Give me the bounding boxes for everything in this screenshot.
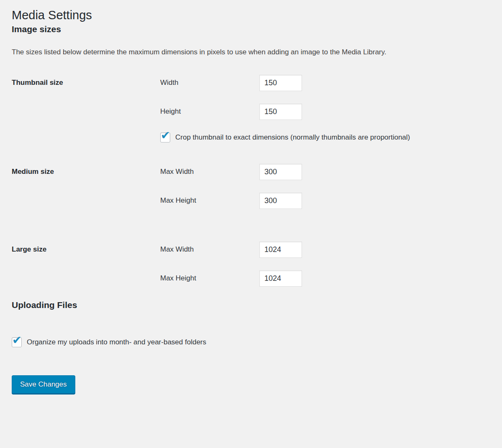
large-max-height-row: Max Height bbox=[160, 270, 494, 287]
medium-max-height-label: Max Height bbox=[160, 196, 259, 205]
thumbnail-size-group: Thumbnail size Width Height ✔ Crop thumb… bbox=[12, 75, 494, 155]
uploading-files-heading: Uploading Files bbox=[12, 299, 494, 311]
medium-size-group: Medium size Max Width Max Height bbox=[12, 164, 494, 221]
thumbnail-height-row: Height bbox=[160, 104, 494, 120]
medium-max-height-row: Max Height bbox=[160, 193, 494, 209]
organize-uploads-row: ✔ Organize my uploads into month- and ye… bbox=[12, 337, 494, 347]
medium-max-height-input[interactable] bbox=[259, 193, 302, 209]
save-changes-button[interactable]: Save Changes bbox=[12, 375, 75, 394]
crop-thumbnail-label[interactable]: Crop thumbnail to exact dimensions (norm… bbox=[175, 133, 410, 142]
thumbnail-size-label: Thumbnail size bbox=[12, 75, 160, 87]
image-sizes-heading: Image sizes bbox=[12, 23, 494, 35]
medium-max-width-input[interactable] bbox=[259, 164, 302, 180]
thumbnail-width-row: Width bbox=[160, 75, 494, 91]
thumbnail-height-label: Height bbox=[160, 107, 259, 116]
large-max-width-row: Max Width bbox=[160, 242, 494, 258]
medium-max-width-row: Max Width bbox=[160, 164, 494, 180]
thumbnail-width-label: Width bbox=[160, 79, 259, 87]
large-size-group: Large size Max Width Max Height bbox=[12, 242, 494, 299]
large-max-width-input[interactable] bbox=[259, 242, 302, 258]
medium-max-width-label: Max Width bbox=[160, 168, 259, 176]
organize-uploads-label[interactable]: Organize my uploads into month- and year… bbox=[27, 338, 206, 346]
large-max-height-input[interactable] bbox=[259, 270, 302, 287]
image-sizes-description: The sizes listed below determine the max… bbox=[12, 47, 494, 57]
large-max-height-label: Max Height bbox=[160, 274, 259, 283]
crop-thumbnail-checkbox[interactable]: ✔ bbox=[160, 132, 170, 143]
checkmark-icon: ✔ bbox=[161, 130, 170, 141]
media-settings-page: Media Settings Image sizes The sizes lis… bbox=[0, 0, 502, 405]
page-title: Media Settings bbox=[12, 8, 494, 23]
large-max-width-label: Max Width bbox=[160, 245, 259, 254]
crop-thumbnail-row: ✔ Crop thumbnail to exact dimensions (no… bbox=[160, 132, 494, 143]
organize-uploads-checkbox[interactable]: ✔ bbox=[12, 337, 22, 347]
checkmark-icon: ✔ bbox=[12, 334, 22, 346]
large-size-label: Large size bbox=[12, 242, 160, 254]
submit-area: Save Changes bbox=[12, 375, 494, 405]
thumbnail-width-input[interactable] bbox=[259, 75, 302, 91]
medium-size-label: Medium size bbox=[12, 164, 160, 176]
thumbnail-height-input[interactable] bbox=[259, 104, 302, 120]
